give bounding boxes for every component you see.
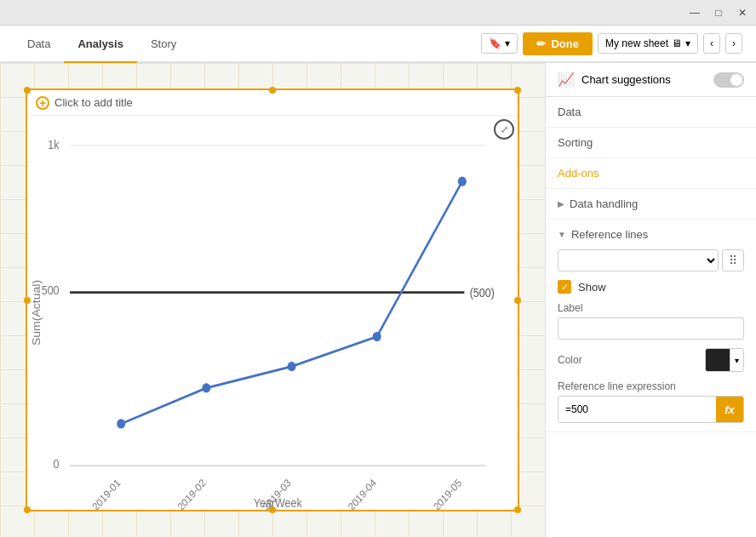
svg-point-14 bbox=[458, 177, 467, 186]
svg-text:2019-02: 2019-02 bbox=[175, 477, 209, 510]
svg-text:1k: 1k bbox=[48, 139, 60, 152]
title-bar: — □ ✕ bbox=[0, 0, 756, 26]
minimize-button[interactable]: — bbox=[688, 7, 702, 19]
chart-container[interactable]: + Click to add title ⤢ 1k 500 0 Sum(Actu… bbox=[26, 89, 519, 511]
ref-expr-input[interactable] bbox=[558, 399, 716, 420]
chart-suggestions-toggle[interactable] bbox=[713, 72, 744, 88]
panel-section-data[interactable]: Data bbox=[546, 97, 756, 128]
panel-section-addons[interactable]: Add-ons bbox=[546, 158, 756, 189]
addons-section-label[interactable]: Add-ons bbox=[558, 167, 598, 180]
color-row: Color ▾ bbox=[558, 348, 744, 372]
svg-point-13 bbox=[373, 332, 381, 341]
next-button[interactable]: › bbox=[725, 33, 742, 54]
tab-data[interactable]: Data bbox=[14, 26, 64, 63]
data-handling-section: ▶ Data handling bbox=[546, 189, 756, 220]
main-content: + Click to add title ⤢ 1k 500 0 Sum(Actu… bbox=[0, 63, 756, 537]
show-checkbox[interactable] bbox=[558, 280, 571, 294]
tab-story[interactable]: Story bbox=[137, 26, 190, 63]
svg-text:Sum(Actual): Sum(Actual) bbox=[31, 280, 43, 346]
label-section: Label bbox=[558, 302, 744, 340]
data-section-label[interactable]: Data bbox=[558, 106, 581, 118]
add-title-bar[interactable]: + Click to add title bbox=[27, 90, 518, 116]
reference-lines-section: ▼ Reference lines ⠿ Show Label bbox=[546, 220, 756, 432]
ref-expr-section: Reference line expression fx bbox=[558, 380, 744, 423]
svg-point-10 bbox=[117, 419, 125, 428]
handle-tr[interactable] bbox=[514, 87, 521, 94]
svg-text:0: 0 bbox=[54, 457, 60, 471]
edit-icon: ✏ bbox=[536, 37, 546, 50]
right-panel: 📈 Chart suggestions Data Sorting Add-ons… bbox=[545, 63, 756, 537]
svg-text:500: 500 bbox=[42, 284, 60, 298]
bookmark-arrow: ▾ bbox=[505, 37, 510, 49]
svg-text:2019-05: 2019-05 bbox=[431, 477, 464, 510]
panel-section-sorting[interactable]: Sorting bbox=[546, 128, 756, 158]
panel-header: 📈 Chart suggestions bbox=[546, 63, 756, 97]
maximize-button[interactable]: □ bbox=[712, 7, 725, 19]
data-handling-expand-row[interactable]: ▶ Data handling bbox=[558, 197, 744, 210]
label-input[interactable] bbox=[558, 317, 744, 340]
chart-suggestions-icon: 📈 bbox=[558, 71, 575, 88]
done-button[interactable]: ✏ Done bbox=[523, 32, 593, 55]
grid-view-button[interactable]: ⠿ bbox=[722, 249, 744, 271]
label-field-label: Label bbox=[558, 302, 744, 314]
show-label: Show bbox=[578, 281, 606, 294]
close-button[interactable]: ✕ bbox=[736, 7, 749, 19]
sheet-name-label: My new sheet bbox=[605, 37, 668, 49]
ref-expr-row: fx bbox=[558, 396, 744, 423]
color-dropdown-arrow: ▾ bbox=[730, 349, 743, 371]
color-swatch bbox=[706, 349, 730, 371]
tab-analysis[interactable]: Analysis bbox=[64, 26, 136, 63]
bookmark-button[interactable]: 🔖 ▾ bbox=[481, 33, 518, 54]
svg-point-11 bbox=[202, 383, 210, 392]
reference-lines-arrow: ▼ bbox=[558, 230, 566, 239]
data-handling-arrow: ▶ bbox=[558, 199, 564, 209]
sorting-section-label[interactable]: Sorting bbox=[558, 136, 593, 149]
add-title-label: Click to add title bbox=[54, 96, 133, 109]
prev-button[interactable]: ‹ bbox=[703, 33, 720, 54]
color-label: Color bbox=[558, 354, 705, 366]
bookmark-icon: 🔖 bbox=[489, 37, 501, 49]
reference-lines-label: Reference lines bbox=[571, 228, 648, 241]
chart-svg: 1k 500 0 Sum(Actual) (500) bbox=[27, 116, 518, 510]
svg-text:2019-04: 2019-04 bbox=[346, 477, 379, 510]
svg-point-12 bbox=[288, 362, 296, 371]
top-nav: Data Analysis Story 🔖 ▾ ✏ Done My new sh… bbox=[0, 26, 756, 63]
svg-text:2019-01: 2019-01 bbox=[90, 477, 123, 510]
chart-area: + Click to add title ⤢ 1k 500 0 Sum(Actu… bbox=[0, 63, 545, 537]
ref-line-dropdown-row: ⠿ bbox=[558, 249, 744, 271]
reference-lines-header[interactable]: ▼ Reference lines bbox=[558, 228, 744, 241]
handle-tl[interactable] bbox=[24, 87, 31, 94]
handle-tm[interactable] bbox=[269, 87, 276, 94]
ref-expr-label: Reference line expression bbox=[558, 380, 744, 392]
show-row: Show bbox=[558, 280, 744, 294]
svg-text:YearWeek: YearWeek bbox=[254, 497, 302, 510]
monitor-icon: 🖥 bbox=[672, 37, 682, 49]
add-title-icon: + bbox=[36, 96, 49, 110]
ref-line-dropdown[interactable] bbox=[558, 249, 719, 271]
color-picker-button[interactable]: ▾ bbox=[705, 348, 744, 372]
chart-suggestions-label: Chart suggestions bbox=[581, 73, 671, 86]
sheet-dropdown-arrow: ▾ bbox=[685, 37, 690, 49]
resize-handle[interactable]: ⤢ bbox=[494, 119, 514, 140]
chart-inner: ⤢ 1k 500 0 Sum(Actual) (500) bbox=[27, 116, 518, 510]
fx-button[interactable]: fx bbox=[716, 397, 743, 422]
sheet-name-button[interactable]: My new sheet 🖥 ▾ bbox=[598, 33, 698, 54]
svg-text:(500): (500) bbox=[470, 287, 495, 300]
data-handling-label: Data handling bbox=[570, 197, 638, 210]
